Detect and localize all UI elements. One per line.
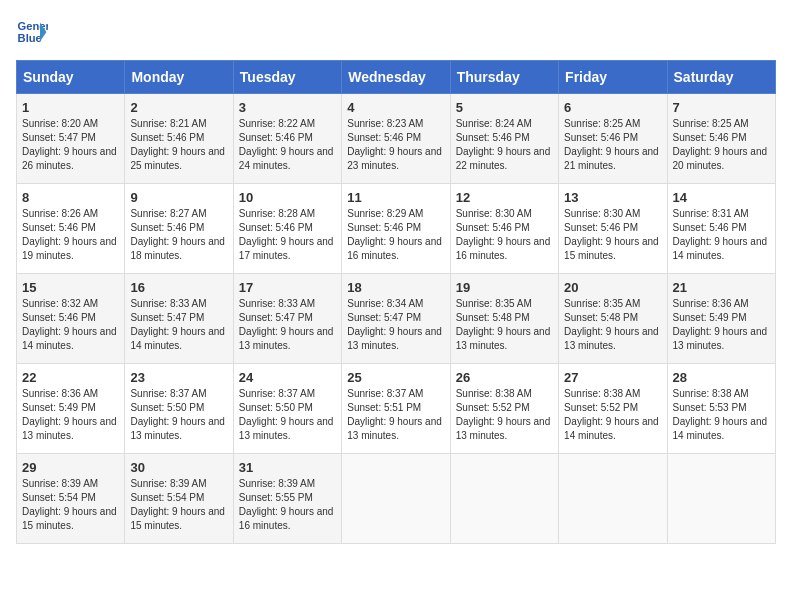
day-info: Sunrise: 8:23 AMSunset: 5:46 PMDaylight:… (347, 117, 444, 173)
day-info: Sunrise: 8:39 AMSunset: 5:55 PMDaylight:… (239, 477, 336, 533)
calendar-cell: 15Sunrise: 8:32 AMSunset: 5:46 PMDayligh… (17, 274, 125, 364)
day-info: Sunrise: 8:29 AMSunset: 5:46 PMDaylight:… (347, 207, 444, 263)
day-number: 18 (347, 280, 444, 295)
calendar-cell: 4Sunrise: 8:23 AMSunset: 5:46 PMDaylight… (342, 94, 450, 184)
weekday-header-saturday: Saturday (667, 61, 775, 94)
calendar-cell: 22Sunrise: 8:36 AMSunset: 5:49 PMDayligh… (17, 364, 125, 454)
calendar-cell (450, 454, 558, 544)
day-number: 20 (564, 280, 661, 295)
day-info: Sunrise: 8:22 AMSunset: 5:46 PMDaylight:… (239, 117, 336, 173)
day-number: 17 (239, 280, 336, 295)
day-number: 15 (22, 280, 119, 295)
day-info: Sunrise: 8:25 AMSunset: 5:46 PMDaylight:… (673, 117, 770, 173)
calendar-week-row: 15Sunrise: 8:32 AMSunset: 5:46 PMDayligh… (17, 274, 776, 364)
day-number: 7 (673, 100, 770, 115)
calendar-cell: 24Sunrise: 8:37 AMSunset: 5:50 PMDayligh… (233, 364, 341, 454)
day-info: Sunrise: 8:31 AMSunset: 5:46 PMDaylight:… (673, 207, 770, 263)
calendar-cell: 27Sunrise: 8:38 AMSunset: 5:52 PMDayligh… (559, 364, 667, 454)
day-number: 8 (22, 190, 119, 205)
calendar-cell: 10Sunrise: 8:28 AMSunset: 5:46 PMDayligh… (233, 184, 341, 274)
calendar-cell: 18Sunrise: 8:34 AMSunset: 5:47 PMDayligh… (342, 274, 450, 364)
weekday-header-friday: Friday (559, 61, 667, 94)
day-number: 13 (564, 190, 661, 205)
calendar-table: SundayMondayTuesdayWednesdayThursdayFrid… (16, 60, 776, 544)
weekday-header-row: SundayMondayTuesdayWednesdayThursdayFrid… (17, 61, 776, 94)
day-number: 24 (239, 370, 336, 385)
svg-text:Blue: Blue (18, 32, 42, 44)
calendar-cell: 26Sunrise: 8:38 AMSunset: 5:52 PMDayligh… (450, 364, 558, 454)
day-info: Sunrise: 8:26 AMSunset: 5:46 PMDaylight:… (22, 207, 119, 263)
day-info: Sunrise: 8:35 AMSunset: 5:48 PMDaylight:… (564, 297, 661, 353)
calendar-cell (342, 454, 450, 544)
day-number: 10 (239, 190, 336, 205)
day-info: Sunrise: 8:36 AMSunset: 5:49 PMDaylight:… (22, 387, 119, 443)
day-info: Sunrise: 8:25 AMSunset: 5:46 PMDaylight:… (564, 117, 661, 173)
day-info: Sunrise: 8:39 AMSunset: 5:54 PMDaylight:… (130, 477, 227, 533)
calendar-cell: 9Sunrise: 8:27 AMSunset: 5:46 PMDaylight… (125, 184, 233, 274)
weekday-header-tuesday: Tuesday (233, 61, 341, 94)
weekday-header-monday: Monday (125, 61, 233, 94)
day-info: Sunrise: 8:38 AMSunset: 5:53 PMDaylight:… (673, 387, 770, 443)
day-number: 11 (347, 190, 444, 205)
logo: General Blue (16, 16, 48, 48)
day-number: 30 (130, 460, 227, 475)
day-number: 29 (22, 460, 119, 475)
day-number: 1 (22, 100, 119, 115)
day-number: 14 (673, 190, 770, 205)
day-info: Sunrise: 8:32 AMSunset: 5:46 PMDaylight:… (22, 297, 119, 353)
day-number: 22 (22, 370, 119, 385)
day-number: 3 (239, 100, 336, 115)
calendar-cell: 11Sunrise: 8:29 AMSunset: 5:46 PMDayligh… (342, 184, 450, 274)
day-info: Sunrise: 8:20 AMSunset: 5:47 PMDaylight:… (22, 117, 119, 173)
day-info: Sunrise: 8:24 AMSunset: 5:46 PMDaylight:… (456, 117, 553, 173)
calendar-cell: 16Sunrise: 8:33 AMSunset: 5:47 PMDayligh… (125, 274, 233, 364)
weekday-header-sunday: Sunday (17, 61, 125, 94)
calendar-cell: 7Sunrise: 8:25 AMSunset: 5:46 PMDaylight… (667, 94, 775, 184)
calendar-cell: 28Sunrise: 8:38 AMSunset: 5:53 PMDayligh… (667, 364, 775, 454)
day-info: Sunrise: 8:27 AMSunset: 5:46 PMDaylight:… (130, 207, 227, 263)
day-number: 26 (456, 370, 553, 385)
day-info: Sunrise: 8:36 AMSunset: 5:49 PMDaylight:… (673, 297, 770, 353)
calendar-cell: 5Sunrise: 8:24 AMSunset: 5:46 PMDaylight… (450, 94, 558, 184)
calendar-cell: 23Sunrise: 8:37 AMSunset: 5:50 PMDayligh… (125, 364, 233, 454)
calendar-cell: 3Sunrise: 8:22 AMSunset: 5:46 PMDaylight… (233, 94, 341, 184)
calendar-cell: 13Sunrise: 8:30 AMSunset: 5:46 PMDayligh… (559, 184, 667, 274)
calendar-cell (667, 454, 775, 544)
calendar-cell: 8Sunrise: 8:26 AMSunset: 5:46 PMDaylight… (17, 184, 125, 274)
day-info: Sunrise: 8:30 AMSunset: 5:46 PMDaylight:… (564, 207, 661, 263)
calendar-cell (559, 454, 667, 544)
day-info: Sunrise: 8:35 AMSunset: 5:48 PMDaylight:… (456, 297, 553, 353)
day-number: 28 (673, 370, 770, 385)
calendar-cell: 14Sunrise: 8:31 AMSunset: 5:46 PMDayligh… (667, 184, 775, 274)
calendar-cell: 20Sunrise: 8:35 AMSunset: 5:48 PMDayligh… (559, 274, 667, 364)
day-number: 31 (239, 460, 336, 475)
day-info: Sunrise: 8:33 AMSunset: 5:47 PMDaylight:… (239, 297, 336, 353)
calendar-week-row: 8Sunrise: 8:26 AMSunset: 5:46 PMDaylight… (17, 184, 776, 274)
day-number: 6 (564, 100, 661, 115)
calendar-week-row: 1Sunrise: 8:20 AMSunset: 5:47 PMDaylight… (17, 94, 776, 184)
header: General Blue (16, 16, 776, 48)
day-number: 25 (347, 370, 444, 385)
day-info: Sunrise: 8:37 AMSunset: 5:50 PMDaylight:… (239, 387, 336, 443)
calendar-cell: 12Sunrise: 8:30 AMSunset: 5:46 PMDayligh… (450, 184, 558, 274)
calendar-cell: 19Sunrise: 8:35 AMSunset: 5:48 PMDayligh… (450, 274, 558, 364)
day-number: 2 (130, 100, 227, 115)
day-info: Sunrise: 8:37 AMSunset: 5:51 PMDaylight:… (347, 387, 444, 443)
day-info: Sunrise: 8:38 AMSunset: 5:52 PMDaylight:… (564, 387, 661, 443)
calendar-cell: 2Sunrise: 8:21 AMSunset: 5:46 PMDaylight… (125, 94, 233, 184)
day-info: Sunrise: 8:21 AMSunset: 5:46 PMDaylight:… (130, 117, 227, 173)
calendar-cell: 30Sunrise: 8:39 AMSunset: 5:54 PMDayligh… (125, 454, 233, 544)
weekday-header-thursday: Thursday (450, 61, 558, 94)
calendar-week-row: 29Sunrise: 8:39 AMSunset: 5:54 PMDayligh… (17, 454, 776, 544)
calendar-cell: 25Sunrise: 8:37 AMSunset: 5:51 PMDayligh… (342, 364, 450, 454)
calendar-cell: 6Sunrise: 8:25 AMSunset: 5:46 PMDaylight… (559, 94, 667, 184)
day-number: 12 (456, 190, 553, 205)
calendar-week-row: 22Sunrise: 8:36 AMSunset: 5:49 PMDayligh… (17, 364, 776, 454)
calendar-cell: 1Sunrise: 8:20 AMSunset: 5:47 PMDaylight… (17, 94, 125, 184)
calendar-cell: 29Sunrise: 8:39 AMSunset: 5:54 PMDayligh… (17, 454, 125, 544)
day-info: Sunrise: 8:34 AMSunset: 5:47 PMDaylight:… (347, 297, 444, 353)
day-number: 19 (456, 280, 553, 295)
day-number: 16 (130, 280, 227, 295)
day-info: Sunrise: 8:39 AMSunset: 5:54 PMDaylight:… (22, 477, 119, 533)
calendar-cell: 17Sunrise: 8:33 AMSunset: 5:47 PMDayligh… (233, 274, 341, 364)
